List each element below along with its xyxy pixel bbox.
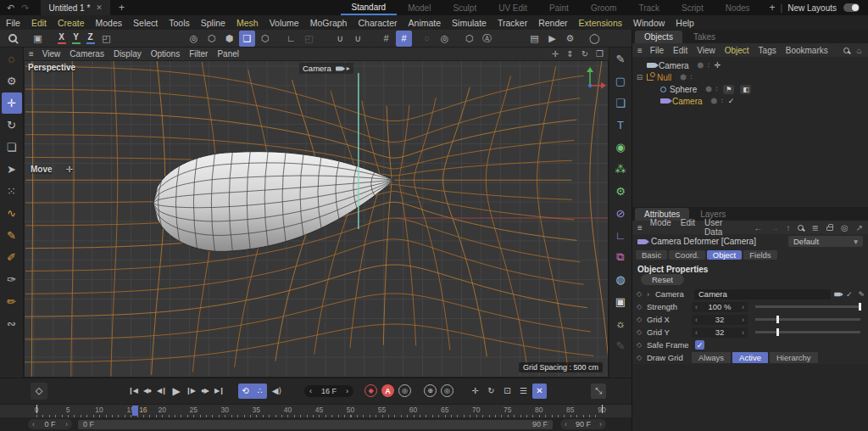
record-point-button[interactable]: ⊕ [424,384,437,397]
spline-primitive[interactable]: ▢ [611,70,631,92]
material-disabled[interactable]: ✎ [611,334,631,356]
solo-mode-icon[interactable]: ▣ [30,31,46,47]
grid-x-keyframe-icon[interactable]: ◇ [637,316,644,323]
camera-expand-icon[interactable]: › [647,289,653,299]
menu-render[interactable]: Render [538,18,567,28]
menu-extensions[interactable]: Extensions [579,18,622,28]
visibility-dots-icon[interactable]: ∶ [721,97,722,105]
cube-primitive[interactable]: ❑ [611,92,631,114]
orbit-view-icon[interactable]: ↻ [581,49,588,59]
visibility-dots-icon[interactable]: ∶ [715,85,717,93]
strength-keyframe-icon[interactable]: ◇ [637,303,644,311]
visibility-dots-icon[interactable]: ∶ [707,61,709,70]
grid-y-dec-icon[interactable]: ‹ [695,328,698,337]
tree-row-camera[interactable]: Camera⬢∶✓ [632,95,868,107]
grid-x-slider[interactable] [755,318,860,321]
pen-tool[interactable]: ✎ [611,48,631,70]
make-editable-icon[interactable]: ◎ [186,31,202,47]
visibility-dots-icon[interactable]: ∶ [690,73,692,81]
expander-icon[interactable]: ⊟ [636,73,643,81]
preset-dropdown[interactable]: Default ▾ [788,236,863,247]
axis-lock-y[interactable]: Y [70,31,82,46]
section-tab-coord[interactable]: Coord. [669,250,705,260]
view-label[interactable]: Perspective [28,63,75,72]
object-state-icon[interactable]: ⬢ [680,73,687,81]
safe-frame-keyframe-icon[interactable]: ◇ [637,341,644,349]
layout-tab-model[interactable]: Model [397,0,442,15]
volume-builder[interactable]: ⧉ [611,246,631,268]
om-hamburger-icon[interactable]: ≡ [637,46,643,55]
modeling-settings-icon[interactable]: ⬡ [461,31,477,47]
search-commander-icon[interactable] [1,31,25,47]
dolly-view-icon[interactable]: ⇕ [566,49,573,59]
fcurve-editor-button[interactable]: ⤡ [591,383,606,399]
close-tab-icon[interactable]: ✕ [96,3,103,12]
subdivision-surface[interactable]: ◉ [611,136,631,158]
grid-x-field[interactable]: ‹ 32 › [692,315,748,325]
record-rotation-icon[interactable]: ↻ [484,383,498,399]
menu-spline[interactable]: Spline [201,18,225,28]
camera-pick-icon[interactable]: ✎ [858,290,865,299]
viewport-menu-view[interactable]: View [42,49,61,59]
snap-ring-icon[interactable]: ○ [419,31,435,47]
menu-create[interactable]: Create [58,18,85,28]
attr-search-icon[interactable] [798,223,804,232]
phong-tag-icon[interactable]: ⚑ [723,85,734,94]
layout-tab-nodes[interactable]: Nodes [715,0,761,15]
menu-select[interactable]: Select [133,18,158,28]
tree-row-null[interactable]: ⊟Null⬢∶ [632,71,868,83]
strength-field[interactable]: ‹ 100 % › [692,302,748,312]
live-selection-tool[interactable]: ◌ [2,48,22,70]
quantize-icon[interactable]: # [396,31,412,47]
tweak-tool[interactable]: ⚙ [2,70,22,92]
camera-link-icon[interactable] [834,292,841,296]
next-frame-button[interactable]: ❙▶ [183,383,198,399]
sound-toggle-icon[interactable]: ◀⟩ [270,383,284,399]
sky-object[interactable]: ◍ [611,268,631,290]
tab-takes[interactable]: Takes [684,31,725,43]
pen-dash-tool[interactable]: ✏ [2,291,22,312]
attr-back-icon[interactable]: ← [754,223,762,232]
frame-decrement-icon[interactable]: ‹ [309,387,312,395]
range-end-dec-icon[interactable]: ‹ [565,420,567,428]
range-end-inc-icon[interactable]: › [599,420,602,428]
loop-playback-icon[interactable]: ⟲ [238,383,253,399]
current-frame-field[interactable]: ‹ 16 F › [304,385,353,397]
attr-up-icon[interactable]: ↑ [786,223,790,232]
record-parameter-icon[interactable]: ☰ [516,383,531,399]
snap-center-icon[interactable]: ◎ [437,31,453,47]
attr-lock-icon[interactable] [826,223,833,232]
om-home-icon[interactable]: ⌂ [857,46,862,55]
menu-character[interactable]: Character [358,18,397,28]
record-keyframe-button[interactable]: ◆ [364,384,377,397]
attr-forward-icon[interactable]: → [770,223,778,232]
layout-tab-uv-edit[interactable]: UV Edit [487,0,538,15]
viewport-menu-panel[interactable]: Panel [217,49,239,59]
om-menu-file[interactable]: File [650,46,664,55]
viewport-hamburger-icon[interactable]: ≡ [29,49,34,59]
previous-key-button[interactable]: ◀● [140,383,154,399]
reset-button[interactable]: Reset [641,274,684,285]
viewport-canvas[interactable]: Perspective Camera ▸ Move ✛ Grid Spacing… [24,60,609,378]
new-tab-icon[interactable]: + [119,2,125,14]
strength-dec-icon[interactable]: ‹ [695,303,698,311]
menu-animate[interactable]: Animate [409,18,442,28]
range-start-inc-icon[interactable]: › [65,420,68,428]
viewport-menu-options[interactable]: Options [151,49,180,59]
workplane-mode-icon[interactable]: ◰ [301,31,317,47]
render-settings-icon[interactable]: ⚙ [562,31,578,47]
multi-move-tool[interactable]: ⁙ [2,181,22,202]
record-pla-icon[interactable]: ✕ [532,383,547,399]
draw-grid-active[interactable]: Active [732,352,768,363]
menu-help[interactable]: Help [676,18,694,28]
section-tab-basic[interactable]: Basic [636,250,667,260]
om-search-icon[interactable] [843,46,849,55]
record-position-icon[interactable]: ✛ [468,383,482,399]
model-mode-icon[interactable]: ⬡ [257,31,273,47]
menu-edit[interactable]: Edit [31,18,47,28]
section-tab-fields[interactable]: Fields [743,250,776,260]
edges-mode-icon[interactable]: ⬢ [221,31,237,47]
timeline-range-slider[interactable]: 0 F 90 F [78,420,553,429]
grid-y-keyframe-icon[interactable]: ◇ [637,328,644,336]
layout-tab-groom[interactable]: Groom [580,0,628,15]
